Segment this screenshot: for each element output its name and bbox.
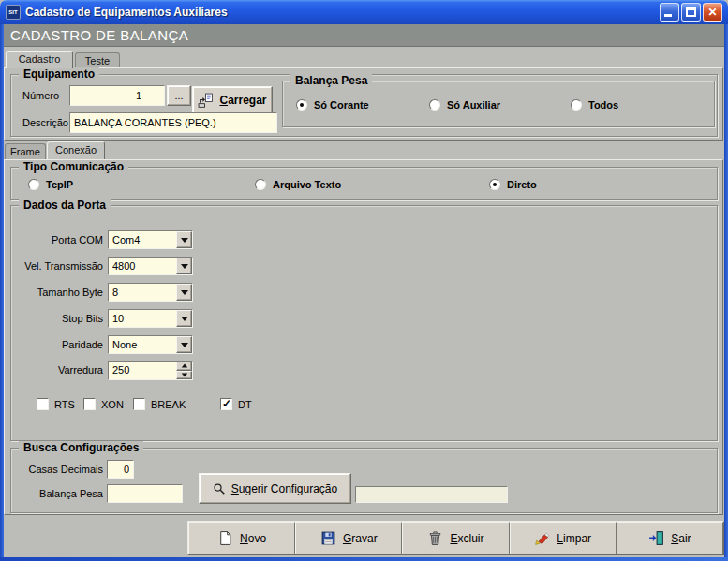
search-icon [213, 482, 226, 495]
minimize-button[interactable] [660, 3, 679, 22]
maximize-icon [686, 7, 696, 17]
casas-decimais-label: Casas Decimais [11, 460, 103, 479]
numero-browse-button[interactable]: ... [167, 85, 191, 106]
radio-todos[interactable]: Todos [571, 99, 618, 111]
paridade-label: Paridade [11, 335, 103, 354]
maximize-button[interactable] [681, 3, 701, 22]
checkbox-dt[interactable]: DT [220, 398, 252, 410]
tab-teste[interactable]: Teste [75, 52, 120, 68]
groupbox-dados-porta-legend: Dados da Porta [19, 199, 111, 212]
chevron-down-icon[interactable] [176, 284, 192, 301]
stop-bits-combo[interactable]: 10 [108, 309, 193, 328]
load-document-icon [198, 93, 214, 109]
sair-button[interactable]: Sair [617, 522, 723, 554]
radio-icon [28, 179, 39, 190]
radio-so-corante[interactable]: Só Corante [296, 99, 369, 111]
window-title: Cadastro de Equipamentos Auxiliares [25, 6, 655, 19]
tabpage-conexao: Tipo Comunicação TcpIP Arquivo Texto Dir… [4, 159, 723, 515]
varredura-spinner[interactable]: 250 [108, 361, 193, 380]
footer-button-bar: Novo Gravar Excluir [187, 521, 724, 555]
eraser-icon [534, 530, 550, 546]
radio-icon [296, 99, 307, 111]
numero-label: Número [22, 86, 69, 105]
chevron-down-icon[interactable] [176, 258, 192, 274]
exit-door-icon [648, 530, 664, 546]
varredura-label: Varredura [11, 361, 103, 379]
spin-up-icon[interactable] [176, 362, 192, 371]
porta-com-combo[interactable]: Com4 [108, 230, 193, 249]
novo-label: Novo [240, 532, 266, 545]
limpar-button[interactable]: Limpar [510, 522, 617, 554]
sair-label: Sair [671, 532, 691, 545]
window-border-right [724, 24, 728, 561]
tab-cadastro[interactable]: Cadastro [6, 51, 73, 68]
radio-icon [429, 99, 440, 111]
groupbox-tipo-comunicacao-legend: Tipo Comunicação [19, 160, 128, 173]
tab-frame[interactable]: Frame [5, 143, 46, 159]
checkbox-rts[interactable]: RTS [37, 398, 75, 410]
casas-decimais-input[interactable] [107, 460, 134, 479]
app-icon[interactable]: SIT [6, 5, 21, 20]
chevron-down-icon[interactable] [176, 310, 192, 327]
new-document-icon [217, 530, 233, 546]
checkbox-icon [133, 398, 145, 410]
tabpage-cadastro: Equipamento Número ... Carregar Descriçã… [4, 67, 723, 141]
groupbox-busca-configuracoes: Busca Configurações Casas Decimais Balan… [10, 448, 718, 513]
porta-com-label: Porta COM [11, 230, 103, 249]
vel-transmissao-combo[interactable]: 4800 [108, 257, 193, 275]
balanca-pesa-input[interactable] [107, 484, 183, 503]
gravar-button[interactable]: Gravar [295, 522, 402, 554]
gravar-label: Gravar [343, 532, 378, 545]
descricao-label: Descrição [22, 113, 69, 132]
save-floppy-icon [320, 530, 336, 546]
stop-bits-label: Stop Bits [11, 309, 103, 328]
paridade-combo[interactable]: None [108, 335, 193, 354]
checkbox-icon [37, 398, 49, 410]
chevron-down-icon[interactable] [176, 336, 192, 353]
tab-conexao[interactable]: Conexão [47, 141, 105, 159]
radio-icon [571, 99, 582, 111]
novo-button[interactable]: Novo [188, 522, 295, 554]
sugerir-label: Sugerir Configuração [231, 482, 337, 495]
title-bar: SIT Cadastro de Equipamentos Auxiliares … [0, 0, 728, 24]
tamanho-byte-label: Tamanho Byte [11, 283, 103, 302]
checkbox-xon[interactable]: XON [83, 398, 124, 410]
radio-icon [255, 179, 266, 190]
checkbox-icon [83, 398, 96, 410]
radio-arquivo-texto[interactable]: Arquivo Texto [255, 179, 341, 190]
groupbox-tipo-comunicacao: Tipo Comunicação TcpIP Arquivo Texto Dir… [10, 167, 718, 200]
minimize-icon [664, 14, 672, 17]
close-button[interactable]: ✕ [703, 3, 722, 22]
chevron-down-icon[interactable] [176, 231, 192, 248]
tamanho-byte-combo[interactable]: 8 [108, 283, 193, 302]
checkbox-icon [220, 398, 232, 410]
groupbox-balanca-pesa-legend: Balança Pesa [290, 74, 372, 87]
limpar-label: Limpar [557, 532, 591, 545]
radio-direto[interactable]: Direto [489, 179, 537, 190]
radio-icon [489, 179, 500, 190]
application-window: SIT Cadastro de Equipamentos Auxiliares … [0, 0, 728, 561]
descricao-input[interactable] [69, 112, 277, 133]
groupbox-busca-legend: Busca Configurações [19, 441, 143, 454]
groupbox-balanca-pesa: Balança Pesa Só Corante Só Auxiliar Todo… [282, 81, 715, 127]
radio-tcpip[interactable]: TcpIP [28, 179, 73, 190]
balanca-pesa-label: Balança Pesa [11, 484, 103, 503]
sugerir-configuracao-button[interactable]: Sugerir Configuração [199, 473, 351, 504]
carregar-button[interactable]: Carregar [192, 86, 273, 114]
excluir-label: Excluir [450, 532, 483, 545]
excluir-button[interactable]: Excluir [402, 522, 509, 554]
spin-down-icon[interactable] [176, 371, 192, 380]
trash-icon [427, 530, 443, 546]
checkbox-break[interactable]: BREAK [133, 398, 186, 410]
vel-transmissao-label: Vel. Transmissão [11, 257, 103, 275]
busca-result-field[interactable] [355, 486, 508, 503]
groupbox-dados-porta: Dados da Porta Porta COM Com4 Vel. Trans… [10, 205, 718, 441]
carregar-label: Carregar [219, 94, 266, 107]
window-border-bottom [0, 557, 728, 561]
radio-so-auxiliar[interactable]: Só Auxiliar [429, 99, 500, 111]
numero-input[interactable] [69, 85, 165, 106]
page-title: CADASTRO DE BALANÇA [4, 24, 724, 47]
groupbox-equipamento-legend: Equipamento [19, 67, 99, 81]
